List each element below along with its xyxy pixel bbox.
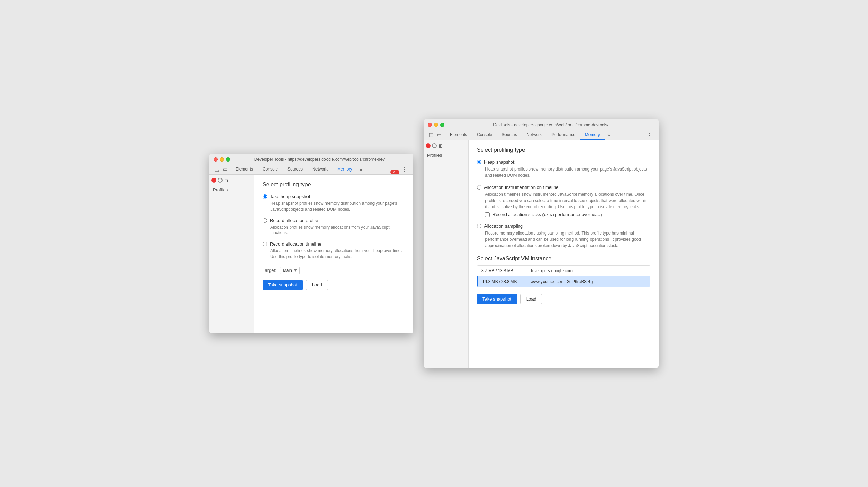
target-label-1: Target: [263, 268, 276, 273]
take-snapshot-button-2[interactable]: Take snapshot [477, 294, 517, 304]
close-button-2[interactable] [428, 123, 432, 127]
devtools-body-1: 🗑 Profiles Select profiling type Take he… [209, 175, 413, 333]
target-row-1: Target: Main [263, 267, 405, 274]
option-desc-timeline-1: Allocation timelines show memory allocat… [270, 248, 405, 260]
load-button-2[interactable]: Load [520, 294, 542, 304]
desc-alloc-inst-2: Allocation timelines show instrumented J… [485, 191, 650, 210]
menu-icon-1[interactable]: ⋮ [399, 165, 409, 174]
sidebar-1: 🗑 Profiles [209, 175, 254, 333]
label-heap-2[interactable]: Heap snapshot [477, 159, 650, 165]
vm-row-1[interactable]: 14.3 MB / 23.8 MB www.youtube.com: G_P6r… [477, 276, 650, 287]
close-button-1[interactable] [214, 157, 218, 162]
tab-memory-2[interactable]: Memory [580, 130, 605, 140]
sidebar-toolbar-2: 🗑 [424, 141, 468, 150]
tab-elements-1[interactable]: Elements [231, 165, 258, 174]
stop-button-1[interactable] [218, 178, 223, 183]
maximize-button-2[interactable] [440, 123, 444, 127]
tab-sources-1[interactable]: Sources [283, 165, 308, 174]
clear-icon-2[interactable]: 🗑 [438, 143, 443, 148]
toolbar-icons-2: ⬚ ▭ [428, 131, 442, 140]
label-alloc-inst-2[interactable]: Allocation instrumentation on timeline [477, 185, 650, 190]
desc-alloc-sampling-2: Record memory allocations using sampling… [485, 230, 650, 249]
radio-heap-2[interactable] [477, 160, 481, 164]
option-desc-heap-1: Heap snapshot profiles show memory distr… [270, 201, 405, 212]
tab-elements-2[interactable]: Elements [445, 130, 472, 140]
load-button-1[interactable]: Load [306, 280, 328, 290]
sidebar-profiles-1[interactable]: Profiles [209, 185, 254, 194]
traffic-lights-2 [428, 123, 444, 127]
tab-memory-1[interactable]: Memory [332, 165, 357, 174]
tabs-bar-2: ⬚ ▭ Elements Console Sources Network Per… [428, 130, 654, 140]
radio-alloc-inst-2[interactable] [477, 185, 481, 190]
label-alloc-sampling-2[interactable]: Allocation sampling [477, 223, 650, 229]
devtools-window-1: Developer Tools - https://developers.goo… [209, 154, 413, 333]
inspect-icon[interactable]: ⬚ [214, 166, 220, 172]
alloc-stacks-checkbox[interactable] [485, 212, 490, 217]
option-alloc-timeline-1: Record allocation timeline Allocation ti… [263, 241, 405, 260]
toolbar-icons-1: ⬚ ▭ [214, 166, 228, 174]
option-label-alloc-1[interactable]: Record allocation profile [263, 218, 405, 223]
option-heap-2: Heap snapshot Heap snapshot profiles sho… [477, 159, 650, 178]
tab-network-2[interactable]: Network [522, 130, 547, 140]
vm-table: 8.7 MB / 13.3 MB developers.google.com 1… [477, 265, 650, 287]
device-icon-2[interactable]: ▭ [436, 131, 442, 138]
option-label-heap-1[interactable]: Take heap snapshot [263, 194, 405, 199]
devtools-body-2: 🗑 Profiles Select profiling type Heap sn… [424, 140, 659, 368]
record-button-2[interactable] [426, 143, 431, 148]
option-heap-snapshot-1: Take heap snapshot Heap snapshot profile… [263, 194, 405, 212]
error-badge: ✕1 [390, 170, 399, 174]
tab-performance-2[interactable]: Performance [547, 130, 580, 140]
tabs-bar-1: ⬚ ▭ Elements Console Sources Network Mem… [214, 165, 409, 174]
tab-more-1[interactable]: » [357, 165, 365, 174]
tab-sources-2[interactable]: Sources [497, 130, 522, 140]
sidebar-2: 🗑 Profiles [424, 140, 469, 368]
action-buttons-2: Take snapshot Load [477, 294, 650, 304]
maximize-button-1[interactable] [226, 157, 230, 162]
inspect-icon-2[interactable]: ⬚ [428, 131, 434, 138]
option-alloc-sampling-2: Allocation sampling Record memory alloca… [477, 223, 650, 249]
vm-row-0[interactable]: 8.7 MB / 13.3 MB developers.google.com [477, 266, 650, 276]
option-desc-alloc-1: Allocation profiles show memory allocati… [270, 224, 405, 236]
vm-name-1: www.youtube.com: G_P6rpRSr4g [531, 279, 593, 284]
option-alloc-profile-1: Record allocation profile Allocation pro… [263, 218, 405, 236]
section-title-1: Select profiling type [263, 182, 405, 188]
clear-icon-1[interactable]: 🗑 [224, 177, 229, 183]
option-label-timeline-1[interactable]: Record allocation timeline [263, 241, 405, 247]
main-panel-2: Select profiling type Heap snapshot Heap… [469, 140, 659, 368]
radio-alloc-sampling-2[interactable] [477, 224, 481, 228]
tab-more-2[interactable]: » [605, 131, 613, 140]
minimize-button-1[interactable] [220, 157, 224, 162]
record-button-1[interactable] [211, 178, 216, 183]
window-title-1: Developer Tools - https://developers.goo… [233, 157, 409, 162]
vm-memory-0: 8.7 MB / 13.3 MB [481, 268, 523, 273]
window-title-2: DevTools - developers.google.com/web/too… [447, 122, 654, 127]
main-panel-1: Select profiling type Take heap snapshot… [254, 175, 413, 333]
vm-section-title: Select JavaScript VM instance [477, 256, 650, 262]
menu-icon-2[interactable]: ⋮ [645, 130, 654, 140]
titlebar-1: Developer Tools - https://developers.goo… [209, 154, 413, 175]
radio-alloc-1[interactable] [263, 218, 267, 223]
traffic-lights-1 [214, 157, 230, 162]
section-title-2: Select profiling type [477, 147, 650, 153]
sub-checkbox-label-2[interactable]: Record allocation stacks (extra performa… [485, 212, 650, 217]
devtools-window-2: DevTools - developers.google.com/web/too… [424, 119, 659, 368]
vm-memory-1: 14.3 MB / 23.8 MB [482, 279, 524, 284]
target-select-1[interactable]: Main [280, 267, 300, 274]
device-icon[interactable]: ▭ [222, 166, 228, 172]
tab-console-1[interactable]: Console [258, 165, 283, 174]
radio-timeline-1[interactable] [263, 242, 267, 246]
vm-name-0: developers.google.com [530, 268, 573, 273]
sidebar-profiles-2[interactable]: Profiles [424, 150, 468, 160]
tab-network-1[interactable]: Network [308, 165, 332, 174]
stop-button-2[interactable] [432, 143, 437, 148]
tab-console-2[interactable]: Console [472, 130, 497, 140]
titlebar-2: DevTools - developers.google.com/web/too… [424, 119, 659, 140]
action-buttons-1: Take snapshot Load [263, 280, 405, 290]
minimize-button-2[interactable] [434, 123, 438, 127]
radio-heap-1[interactable] [263, 194, 267, 199]
desc-heap-2: Heap snapshot profiles show memory distr… [485, 166, 650, 178]
sidebar-toolbar-1: 🗑 [209, 176, 254, 184]
take-snapshot-button-1[interactable]: Take snapshot [263, 280, 303, 290]
profiling-options-2: Heap snapshot Heap snapshot profiles sho… [477, 159, 650, 249]
option-alloc-inst-2: Allocation instrumentation on timeline A… [477, 185, 650, 217]
